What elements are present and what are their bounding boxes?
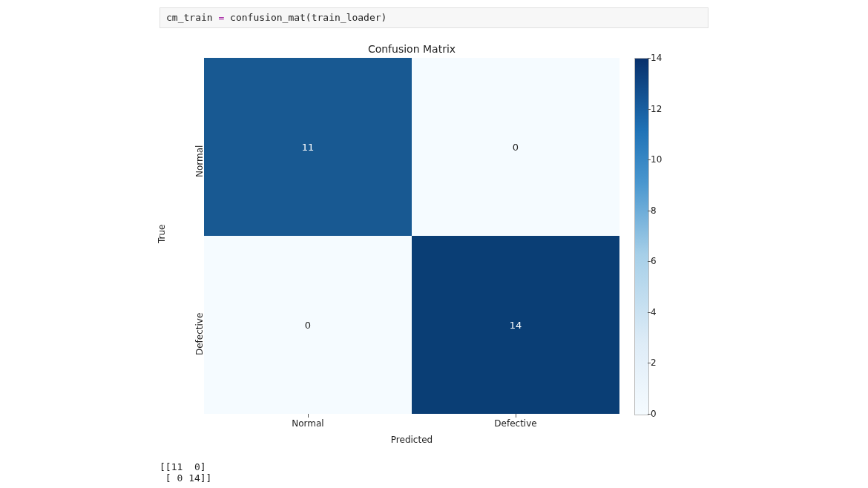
- cbar-tick: 10: [651, 154, 662, 165]
- heatmap-grid: 11 0 0 14: [204, 58, 619, 414]
- y-tick-defective: Defective: [194, 330, 205, 355]
- code-operator: =: [218, 12, 224, 23]
- x-axis-label: Predicted: [204, 435, 619, 445]
- y-axis-label: True: [157, 225, 167, 244]
- code-variable: cm_train: [166, 12, 213, 23]
- cell-fn: 0: [204, 236, 412, 414]
- cbar-tick: 14: [651, 53, 662, 63]
- colorbar: [634, 58, 649, 415]
- cbar-tick: 4: [651, 307, 657, 317]
- cell-fp: 0: [412, 58, 619, 236]
- confusion-matrix-chart: Confusion Matrix True Normal Defective 1…: [160, 43, 708, 458]
- code-cell: cm_train = confusion_mat(train_loader): [160, 7, 708, 28]
- x-tick-mark: [516, 414, 516, 418]
- y-tick-normal: Normal: [194, 152, 205, 177]
- code-call: confusion_mat(train_loader): [230, 12, 387, 23]
- x-tick-defective: Defective: [412, 418, 619, 429]
- x-tick-mark: [308, 414, 309, 418]
- stdout-array: [[11 0] [ 0 14]]: [160, 461, 708, 484]
- chart-title: Confusion Matrix: [204, 43, 619, 55]
- x-tick-normal: Normal: [204, 418, 412, 429]
- cbar-tick: 2: [651, 357, 657, 368]
- notebook-output: cm_train = confusion_mat(train_loader) C…: [160, 7, 708, 484]
- cbar-tick: 6: [651, 256, 657, 266]
- cell-tn: 11: [204, 58, 412, 236]
- cbar-tick: 8: [651, 205, 657, 216]
- cbar-tick: 0: [651, 409, 657, 419]
- cbar-tick: 12: [651, 104, 662, 114]
- cell-tp: 14: [412, 236, 619, 414]
